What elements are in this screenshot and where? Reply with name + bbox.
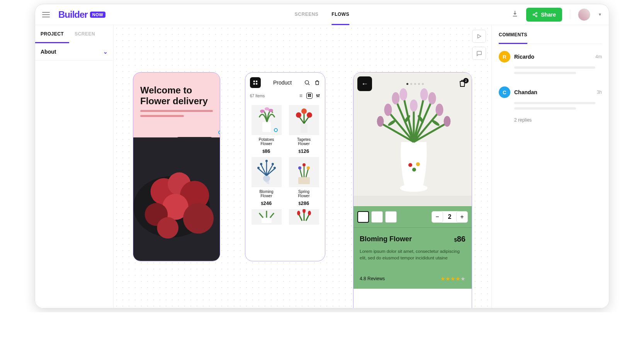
tab-flows[interactable]: FLOWS [331, 4, 349, 25]
product-sub: Flower [287, 194, 320, 198]
tab-screens[interactable]: SCREENS [295, 4, 319, 25]
svg-point-28 [268, 109, 273, 112]
product-card[interactable]: Spring Flower $286 [287, 157, 320, 206]
detail-hero-image [353, 73, 472, 206]
share-button[interactable]: Share [526, 8, 562, 22]
bag-icon[interactable]: 2 [458, 79, 468, 89]
svg-point-22 [316, 95, 317, 96]
svg-point-41 [265, 160, 268, 162]
svg-point-58 [412, 168, 416, 172]
carousel-dots[interactable] [406, 83, 424, 85]
category-icon[interactable] [250, 77, 261, 88]
search-icon[interactable] [304, 80, 310, 86]
product-sub: Flower [250, 194, 283, 198]
logo[interactable]: Builder NOW [58, 9, 105, 20]
left-tab-screen[interactable]: SCREEN [69, 25, 100, 43]
detail-reviews: 4.8 Reviews ★★★★★ [360, 276, 466, 282]
svg-point-44 [298, 166, 301, 169]
svg-point-37 [260, 163, 262, 165]
product-card[interactable]: Potatoes Flower $86 [250, 105, 283, 154]
top-tabs: SCREENS FLOWS [295, 4, 349, 25]
svg-point-51 [308, 211, 311, 215]
svg-point-70 [377, 116, 384, 127]
flow-node[interactable] [218, 130, 220, 134]
about-section[interactable]: About ⌄ [35, 43, 113, 61]
bag-icon[interactable] [314, 80, 320, 86]
svg-point-45 [307, 166, 310, 169]
comment-item[interactable]: C Chandan 3h 2 replies [499, 80, 602, 125]
product-card[interactable] [250, 209, 283, 227]
svg-point-23 [318, 96, 318, 97]
qty-plus-button[interactable]: + [456, 211, 468, 223]
review-score: 4.8 Reviews [360, 276, 385, 281]
svg-point-38 [272, 163, 274, 165]
variant-thumb[interactable] [385, 211, 397, 223]
comment-time: 3h [597, 90, 602, 95]
detail-description: Lorem ipsum dolor sit amet, consectetur … [360, 248, 466, 261]
logo-badge: NOW [90, 12, 105, 18]
svg-point-11 [183, 203, 214, 234]
qty-minus-button[interactable]: − [432, 211, 443, 223]
product-list-subheader: 67 Items [245, 91, 325, 102]
canvas[interactable]: Welcome to Flower delivery Get started → [114, 25, 491, 308]
product-card[interactable]: Bloming Flower $246 [250, 157, 283, 206]
download-icon[interactable] [511, 10, 518, 19]
comment-body-skeleton [499, 98, 602, 110]
svg-point-34 [307, 112, 312, 118]
svg-point-40 [274, 167, 276, 169]
svg-rect-20 [308, 95, 309, 96]
variant-thumb[interactable] [371, 211, 383, 223]
left-tab-project[interactable]: PROJECT [35, 25, 69, 43]
svg-point-39 [257, 167, 260, 169]
product-name: Spring [287, 190, 320, 194]
grid-view-icon[interactable] [306, 93, 313, 99]
product-price: $86 [250, 148, 283, 154]
flow-node[interactable] [274, 128, 278, 132]
comment-item[interactable]: R Ricardo 4m [499, 44, 602, 80]
filter-icon[interactable] [316, 93, 320, 98]
svg-point-71 [443, 116, 450, 127]
svg-point-56 [408, 163, 412, 167]
star-rating: ★★★★★ [440, 276, 466, 282]
svg-point-33 [301, 108, 307, 114]
mock-screen-product-list[interactable]: Product 67 Items [245, 72, 325, 261]
product-list-title: Product [273, 80, 292, 86]
mock-screen-product-detail[interactable]: ← 2 [353, 72, 472, 308]
comment-avatar: R [499, 51, 510, 63]
svg-rect-54 [353, 196, 472, 206]
back-button[interactable]: ← [357, 76, 372, 91]
share-button-label: Share [541, 12, 556, 18]
left-tabs: PROJECT SCREEN [35, 25, 113, 43]
play-button[interactable] [472, 30, 486, 43]
avatar[interactable] [578, 8, 590, 21]
welcome-hero-image [133, 137, 220, 261]
detail-green-panel: − 2 + Bloming Flower $86 Lorem ipsum dol… [353, 206, 472, 289]
product-thumb [251, 209, 282, 225]
product-sub: Flower [287, 142, 320, 146]
product-price: $286 [287, 200, 320, 206]
svg-rect-16 [256, 83, 257, 85]
comment-button[interactable] [472, 47, 486, 60]
product-name: Potatoes [250, 137, 283, 142]
about-label: About [41, 49, 56, 55]
mock-screen-welcome[interactable]: Welcome to Flower delivery Get started → [133, 72, 220, 261]
svg-rect-48 [262, 218, 272, 223]
svg-point-17 [305, 81, 309, 84]
menu-icon[interactable] [42, 12, 50, 17]
share-icon [532, 12, 538, 17]
svg-rect-43 [298, 177, 310, 184]
chevron-down-icon[interactable]: ▼ [598, 12, 602, 17]
product-card[interactable]: Tagetes Flower $126 [287, 105, 320, 154]
svg-point-29 [265, 107, 269, 110]
svg-point-55 [400, 184, 428, 192]
chevron-down-icon: ⌄ [103, 49, 108, 55]
topbar: Builder NOW SCREENS FLOWS Share ▼ [35, 4, 609, 25]
svg-rect-13 [253, 81, 255, 82]
product-list-actions [304, 80, 320, 86]
comment-replies[interactable]: 2 replies [499, 113, 602, 123]
product-sub: Flower [250, 142, 283, 146]
product-card[interactable] [287, 209, 320, 227]
variant-thumb[interactable] [357, 211, 369, 223]
list-view-icon[interactable] [299, 94, 303, 98]
detail-info: Bloming Flower $86 Lorem ipsum dolor sit… [353, 228, 472, 289]
